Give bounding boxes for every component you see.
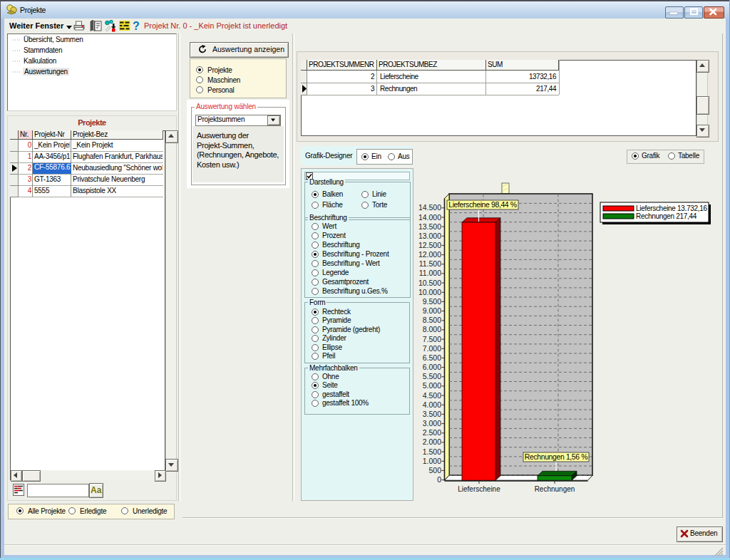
svg-text:Lieferscheine: Lieferscheine (458, 485, 500, 493)
svg-text:7.000: 7.000 (423, 344, 441, 353)
svg-text:11.000: 11.000 (419, 269, 441, 277)
svg-text:4.500: 4.500 (423, 391, 441, 400)
svg-text:13.500: 13.500 (418, 222, 441, 231)
svg-text:Rechnungen 217,44: Rechnungen 217,44 (636, 212, 697, 220)
svg-text:10.500: 10.500 (418, 279, 441, 287)
svg-text:14.000: 14.000 (418, 213, 441, 222)
svg-text:8.000: 8.000 (423, 325, 441, 333)
svg-text:13.000: 13.000 (418, 232, 441, 240)
svg-text:14.500: 14.500 (418, 203, 441, 212)
svg-text:500: 500 (428, 466, 441, 475)
svg-text:Lieferscheine 98,44 %: Lieferscheine 98,44 % (448, 200, 517, 209)
svg-text:1.500: 1.500 (423, 447, 441, 456)
svg-text:10.000: 10.000 (418, 288, 441, 296)
svg-text:8.500: 8.500 (423, 316, 441, 324)
svg-text:7.500: 7.500 (423, 335, 441, 343)
svg-text:3.500: 3.500 (423, 410, 441, 418)
svg-text:Lieferscheine 13.732,16: Lieferscheine 13.732,16 (636, 204, 708, 212)
svg-text:4.000: 4.000 (423, 400, 441, 409)
svg-text:0: 0 (437, 475, 441, 484)
svg-text:12.500: 12.500 (418, 241, 441, 249)
svg-text:12.000: 12.000 (418, 250, 441, 259)
svg-text:6.500: 6.500 (423, 353, 441, 362)
svg-text:2.000: 2.000 (423, 437, 441, 446)
svg-text:11.500: 11.500 (419, 259, 441, 268)
svg-text:5.000: 5.000 (423, 381, 441, 390)
svg-text:6.000: 6.000 (423, 363, 441, 371)
svg-text:9.500: 9.500 (423, 297, 441, 306)
svg-text:9.000: 9.000 (423, 306, 441, 315)
svg-text:5.500: 5.500 (423, 372, 441, 380)
svg-text:Rechnungen: Rechnungen (535, 485, 575, 493)
svg-text:1.000: 1.000 (423, 457, 441, 465)
svg-text:3.000: 3.000 (423, 419, 441, 427)
svg-text:Rechnungen 1,56 %: Rechnungen 1,56 % (525, 452, 587, 461)
svg-text:2.500: 2.500 (423, 428, 441, 437)
